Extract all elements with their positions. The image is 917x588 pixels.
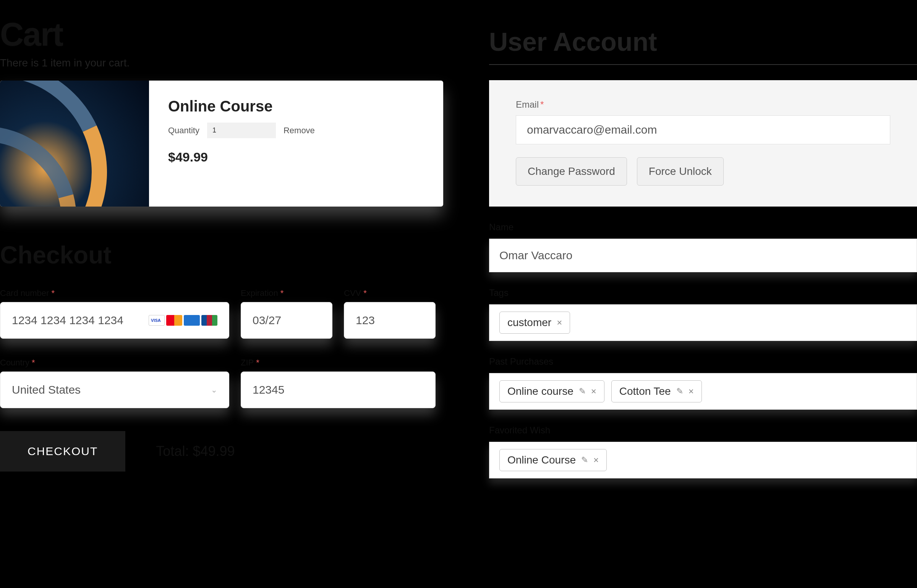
cart-heading: Cart: [0, 15, 443, 53]
cart-item-image: [0, 81, 149, 207]
force-unlock-button[interactable]: Force Unlock: [637, 157, 724, 186]
quantity-input[interactable]: [207, 123, 276, 138]
tags-label: Tags: [489, 288, 917, 298]
email-input[interactable]: omarvaccaro@email.com: [516, 115, 890, 144]
email-label: Email*: [516, 99, 890, 110]
edit-icon[interactable]: ✎: [581, 455, 588, 465]
close-icon[interactable]: ×: [689, 386, 694, 397]
amex-icon: [184, 315, 200, 326]
purchase-chip[interactable]: Cotton Tee ✎ ×: [611, 380, 702, 402]
zip-label: ZIP*: [241, 358, 436, 368]
cart-item-price: $49.99: [168, 150, 424, 165]
cart-item-title: Online Course: [168, 98, 424, 115]
mastercard-icon: [166, 315, 182, 326]
cart-subtitle: There is 1 item in your cart.: [0, 57, 443, 69]
account-credentials-panel: Email* omarvaccaro@email.com Change Pass…: [489, 80, 917, 207]
divider: [489, 64, 917, 65]
name-input[interactable]: Omar Vaccaro: [489, 239, 917, 272]
visa-icon: [149, 315, 165, 326]
quantity-label: Quantity: [168, 126, 199, 136]
checkout-heading: Checkout: [0, 241, 443, 269]
tags-box[interactable]: customer ×: [489, 304, 917, 341]
purchase-chip[interactable]: Online course ✎ ×: [499, 380, 604, 402]
jcb-icon: [201, 315, 217, 326]
expiration-input[interactable]: 03/27: [241, 302, 332, 339]
close-icon[interactable]: ×: [591, 386, 596, 397]
country-select[interactable]: United States ⌄: [0, 372, 229, 408]
card-number-input[interactable]: 1234 1234 1234 1234: [0, 302, 229, 339]
chevron-down-icon: ⌄: [211, 385, 217, 394]
favorite-chip[interactable]: Online Course ✎ ×: [499, 449, 607, 471]
expiration-label: Expiration*: [241, 288, 332, 298]
favorited-label: Favorited Wish: [489, 425, 917, 436]
past-purchases-box[interactable]: Online course ✎ × Cotton Tee ✎ ×: [489, 373, 917, 410]
cvv-input[interactable]: 123: [344, 302, 436, 339]
edit-icon[interactable]: ✎: [676, 386, 683, 396]
edit-icon[interactable]: ✎: [579, 386, 586, 396]
past-purchases-label: Past Purchases: [489, 356, 917, 367]
total-text: Total: $49.99: [156, 443, 235, 459]
zip-input[interactable]: 12345: [241, 372, 436, 408]
favorited-box[interactable]: Online Course ✎ ×: [489, 442, 917, 478]
remove-link[interactable]: Remove: [284, 126, 315, 136]
country-label: Country*: [0, 358, 229, 368]
checkout-button[interactable]: CHECKOUT: [0, 431, 125, 472]
card-number-label: Card number*: [0, 288, 229, 298]
close-icon[interactable]: ×: [557, 317, 562, 328]
card-brand-icons: [149, 315, 217, 326]
tag-chip[interactable]: customer ×: [499, 312, 570, 334]
close-icon[interactable]: ×: [593, 455, 599, 465]
change-password-button[interactable]: Change Password: [516, 157, 627, 186]
cvv-label: CVV*: [344, 288, 436, 298]
name-label: Name: [489, 222, 917, 233]
cart-item-card: Online Course Quantity Remove $49.99: [0, 81, 443, 207]
user-account-heading: User Account: [489, 27, 917, 57]
